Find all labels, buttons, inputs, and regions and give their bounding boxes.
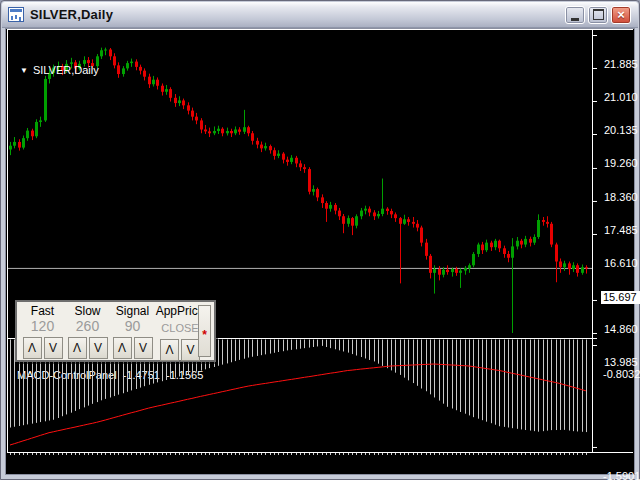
price-tick-label: 17.485 [604, 224, 638, 236]
chart-window-icon [8, 7, 24, 22]
param-header-signal: Signal [116, 304, 149, 318]
up-button-slow[interactable]: Λ [68, 337, 87, 359]
down-button-signal[interactable]: V [134, 337, 153, 359]
dropdown-icon: ▼ [20, 66, 28, 75]
indicator-tick-label: -1.5901 [603, 470, 640, 480]
panel-column-fast: Fast120ΛV [20, 304, 65, 358]
close-icon: × [617, 8, 625, 21]
chart-area[interactable]: ▼SILVER,Daily MACD-ControlPanel-1.4751-1… [5, 28, 635, 475]
close-button[interactable]: × [611, 6, 631, 24]
price-tick-label: 18.360 [604, 191, 638, 203]
maximize-button[interactable] [588, 6, 608, 24]
application-window: SILVER,Daily × ▼SILVER,Daily MACD-Contro… [0, 0, 640, 480]
panel-column-signal: Signal90ΛV [110, 304, 155, 358]
param-value-fast: 120 [31, 318, 54, 334]
panel-collapse-button[interactable]: * [198, 305, 211, 357]
param-header-fast: Fast [31, 304, 54, 318]
star-icon: * [199, 330, 210, 340]
symbol-label: ▼SILVER,Daily [20, 64, 99, 76]
window-controls: × [565, 6, 638, 24]
macd-control-panel: Fast120ΛVSlow260ΛVSignal90ΛVAppPriceCLOS… [15, 300, 216, 362]
indicator-label: MACD-ControlPanel-1.4751-1.1565 [17, 369, 209, 381]
price-tick-label: 13.985 [604, 356, 638, 368]
param-value-signal: 90 [125, 318, 141, 334]
titlebar[interactable]: SILVER,Daily × [2, 2, 638, 28]
down-button-fast[interactable]: V [44, 337, 63, 359]
down-button-slow[interactable]: V [89, 337, 108, 359]
panel-column-slow: Slow260ΛV [65, 304, 110, 358]
up-button-signal[interactable]: Λ [113, 337, 132, 359]
indicator-tick-label: -0.8032 [603, 368, 640, 380]
up-button-appprice[interactable]: Λ [160, 339, 179, 361]
window-title: SILVER,Daily [30, 7, 113, 22]
param-header-slow: Slow [74, 304, 100, 318]
price-tick-label: 19.260 [604, 157, 638, 169]
signal-value: -1.1565 [166, 369, 203, 381]
price-tick-label: 16.610 [604, 257, 638, 269]
param-value-slow: 260 [76, 318, 99, 334]
price-tick-label: 20.135 [604, 124, 638, 136]
minimize-button[interactable] [565, 6, 585, 24]
price-tick-label: 14.860 [604, 323, 638, 335]
current-price-label: 15.697 [601, 291, 640, 304]
price-tick-label: 21.885 [604, 58, 638, 70]
minimize-icon [571, 18, 579, 21]
up-button-fast[interactable]: Λ [23, 337, 42, 359]
param-value-appprice: CLOSE [161, 318, 198, 336]
maximize-icon [593, 9, 604, 20]
macd-value: -1.4751 [123, 369, 160, 381]
price-tick-label: 21.010 [604, 91, 638, 103]
